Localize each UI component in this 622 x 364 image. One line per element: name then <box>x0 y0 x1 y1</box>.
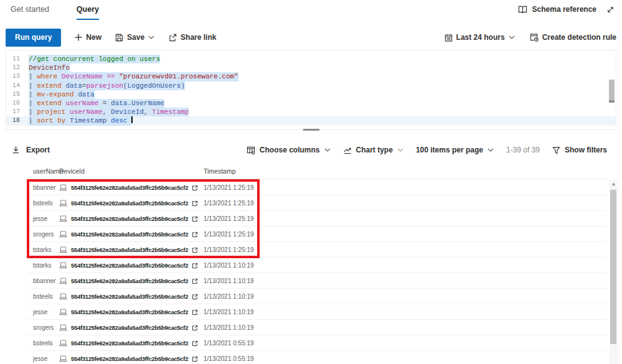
row-timestamp: 1/13/2021 1:25:19 <box>204 246 254 253</box>
row-device-id: 554f3125fe62e282a9afa5ad3ffc2b5b9cac5cf2 <box>71 340 188 347</box>
row-device-cell: 554f3125fe62e282a9afa5ad3ffc2b5b9cac5cf2 <box>59 195 198 211</box>
row-timestamp: 1/13/2021 1:10:19 <box>204 262 254 269</box>
schema-reference-area: Schema reference <box>518 5 615 14</box>
chevron-down-icon <box>488 148 494 152</box>
download-icon <box>12 146 20 154</box>
editor-line: 15| mv-expand data <box>6 90 616 99</box>
tab-query[interactable]: Query <box>77 5 99 20</box>
laptop-icon <box>59 293 67 300</box>
row-timestamp: 1/13/2021 1:10:19 <box>204 309 254 315</box>
choose-columns-label: Choose columns <box>260 146 320 154</box>
table-row[interactable]: srogers 554f3125fe62e282a9afa5ad3ffc2b5b… <box>28 226 607 242</box>
items-per-page-dropdown[interactable]: 100 items per page <box>416 146 494 154</box>
table-header: userName DeviceId Timestamp <box>28 166 607 179</box>
column-header-timestamp[interactable]: Timestamp <box>204 167 236 175</box>
schema-reference-label[interactable]: Schema reference <box>532 5 596 14</box>
query-editor[interactable]: 11//get concurrent logged on users12Devi… <box>6 50 616 130</box>
editor-scrollbar-thumb[interactable] <box>609 80 615 103</box>
editor-line: 14| extend data=parsejson(LoggedOnUsers) <box>6 82 616 90</box>
save-icon <box>115 34 123 42</box>
open-in-new-icon[interactable] <box>192 309 198 315</box>
laptop-icon <box>59 200 67 207</box>
line-number: 12 <box>6 63 29 72</box>
row-device-id: 554f3125fe62e282a9afa5ad3ffc2b5b9cac5cf2 <box>71 324 188 331</box>
open-in-new-icon[interactable] <box>192 263 198 269</box>
open-in-new-icon[interactable] <box>192 325 198 331</box>
table-row[interactable]: bbanner 554f3125fe62e282a9afa5ad3ffc2b5b… <box>28 273 607 289</box>
create-detection-rule-button[interactable]: Create detection rule <box>530 33 616 42</box>
table-row[interactable]: bsteels 554f3125fe62e282a9afa5ad3ffc2b5b… <box>28 195 607 211</box>
row-device-id: 554f3125fe62e282a9afa5ad3ffc2b5b9cac5cf2 <box>71 262 188 269</box>
table-row[interactable]: bsteels 554f3125fe62e282a9afa5ad3ffc2b5b… <box>28 335 607 351</box>
table-row[interactable]: jesse 554f3125fe62e282a9afa5ad3ffc2b5b9c… <box>28 351 607 364</box>
row-timestamp: 1/13/2021 1:10:19 <box>204 293 254 300</box>
advanced-hunting-page: Get started Query Schema reference Run q… <box>0 0 622 364</box>
export-button[interactable]: Export <box>12 146 50 154</box>
row-device-id: 554f3125fe62e282a9afa5ad3ffc2b5b9cac5cf2 <box>71 309 188 315</box>
table-row[interactable]: jesse 554f3125fe62e282a9afa5ad3ffc2b5b9c… <box>28 211 607 226</box>
save-button[interactable]: Save <box>115 33 154 42</box>
open-in-new-icon[interactable] <box>192 247 198 253</box>
open-in-new-icon[interactable] <box>192 185 198 191</box>
run-query-button[interactable]: Run query <box>6 29 61 47</box>
table-row[interactable]: bsteels 554f3125fe62e282a9afa5ad3ffc2b5b… <box>28 289 607 304</box>
row-username: bbanner <box>33 184 56 191</box>
new-query-button[interactable]: New <box>75 33 101 42</box>
selected-code-text: | extend data=parsejson(LoggedOnUsers) <box>29 82 185 90</box>
time-range-label: Last 24 hours <box>456 33 505 42</box>
laptop-icon <box>59 215 67 222</box>
table-row[interactable]: bbanner 554f3125fe62e282a9afa5ad3ffc2b5b… <box>28 180 607 195</box>
editor-line: 13| where DeviceName == "proazurewvd01.p… <box>6 72 616 81</box>
row-device-cell: 554f3125fe62e282a9afa5ad3ffc2b5b9cac5cf2 <box>59 335 198 351</box>
line-number: 17 <box>6 108 29 116</box>
row-username: bsteels <box>33 200 53 207</box>
page-tabs: Get started Query <box>11 5 99 20</box>
book-icon <box>518 6 527 14</box>
table-scrollbar-thumb[interactable] <box>610 190 616 344</box>
tab-get-started[interactable]: Get started <box>11 5 49 20</box>
row-timestamp: 1/13/2021 0:55:19 <box>204 340 254 347</box>
open-in-new-icon[interactable] <box>192 340 198 347</box>
row-device-id: 554f3125fe62e282a9afa5ad3ffc2b5b9cac5cf2 <box>71 231 188 238</box>
share-link-button[interactable]: Share link <box>168 33 216 42</box>
calendar-icon <box>445 34 453 42</box>
chart-type-button[interactable]: Chart type <box>343 146 403 154</box>
line-number: 16 <box>6 99 29 108</box>
editor-resize-handle[interactable] <box>303 129 319 131</box>
row-timestamp: 1/13/2021 1:10:19 <box>204 278 254 284</box>
editor-line: 18| sort by Timestamp desc <box>6 116 616 125</box>
open-in-new-icon[interactable] <box>192 231 198 238</box>
items-per-page-label: 100 items per page <box>416 146 483 154</box>
table-row[interactable]: tstarks 554f3125fe62e282a9afa5ad3ffc2b5b… <box>28 258 607 273</box>
editor-line: 16| extend userName = data.UserName <box>6 99 616 108</box>
editor-line: 17| project userName, DeviceId, Timestam… <box>6 108 616 116</box>
open-in-new-icon[interactable] <box>192 356 198 362</box>
open-in-new-icon[interactable] <box>192 200 198 207</box>
row-timestamp: 1/13/2021 1:25:19 <box>204 231 254 238</box>
row-timestamp: 1/13/2021 1:10:19 <box>204 324 254 331</box>
scrollbar-up-arrow-icon[interactable]: ▲ <box>611 181 616 187</box>
chevron-down-icon <box>509 35 515 39</box>
open-in-new-icon[interactable] <box>192 278 198 284</box>
column-header-deviceid[interactable]: DeviceId <box>59 167 85 175</box>
row-username: srogers <box>33 324 54 331</box>
row-device-id: 554f3125fe62e282a9afa5ad3ffc2b5b9cac5cf2 <box>71 293 188 300</box>
line-number: 15 <box>6 90 29 99</box>
plus-icon <box>75 34 82 41</box>
row-device-id: 554f3125fe62e282a9afa5ad3ffc2b5b9cac5cf2 <box>71 215 188 222</box>
selected-code-text: | mv-expand data <box>29 90 95 99</box>
open-in-new-icon[interactable] <box>192 216 198 222</box>
table-row[interactable]: jesse 554f3125fe62e282a9afa5ad3ffc2b5b9c… <box>28 304 607 320</box>
chart-type-label: Chart type <box>356 146 393 154</box>
chevron-down-icon[interactable] <box>148 35 154 39</box>
table-row[interactable]: srogers 554f3125fe62e282a9afa5ad3ffc2b5b… <box>28 320 607 335</box>
expand-icon[interactable] <box>606 6 615 14</box>
table-row[interactable]: tstarks 554f3125fe62e282a9afa5ad3ffc2b5b… <box>28 242 607 258</box>
show-filters-button[interactable]: Show filters <box>552 146 607 154</box>
row-timestamp: 1/13/2021 1:25:19 <box>204 200 254 207</box>
results-toolbar: Export Choose columns <box>6 141 607 159</box>
time-range-dropdown[interactable]: Last 24 hours <box>445 33 515 42</box>
open-in-new-icon[interactable] <box>192 294 198 300</box>
choose-columns-button[interactable]: Choose columns <box>247 146 331 154</box>
row-device-id: 554f3125fe62e282a9afa5ad3ffc2b5b9cac5cf2 <box>71 278 188 284</box>
